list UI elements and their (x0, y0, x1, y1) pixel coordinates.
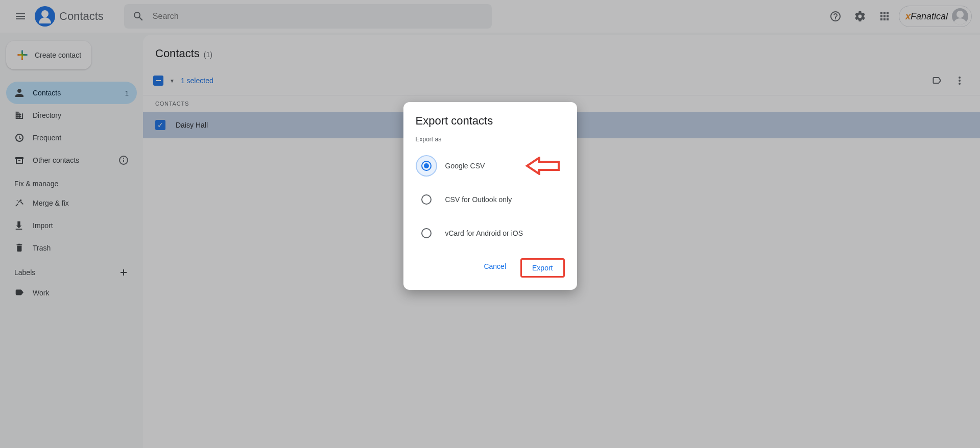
radio-label: CSV for Outlook only (445, 195, 512, 204)
nav-label: Directory (33, 111, 61, 119)
radio-button[interactable] (416, 222, 437, 244)
svg-point-3 (959, 77, 961, 79)
main-menu-button[interactable] (8, 4, 33, 29)
sidebar-item-other[interactable]: Other contacts (6, 149, 137, 171)
svg-point-4 (959, 80, 961, 82)
history-icon (14, 133, 25, 143)
more-actions-button[interactable] (949, 70, 970, 91)
create-contact-button[interactable]: Create contact (6, 41, 91, 69)
radio-label: vCard for Android or iOS (445, 229, 523, 237)
selected-count: 1 selected (181, 77, 213, 85)
selection-dropdown[interactable]: ▼ (170, 78, 175, 84)
tools-icon (14, 198, 25, 208)
help-button[interactable] (825, 6, 846, 27)
export-dialog: Export contacts Export as Google CSV CSV… (403, 102, 577, 290)
info-icon[interactable] (118, 155, 129, 165)
page-title: Contacts (155, 47, 200, 60)
nav-count: 1 (125, 89, 129, 97)
nav-label: Other contacts (33, 156, 79, 164)
check-icon: ✓ (157, 121, 163, 129)
svg-rect-2 (123, 158, 124, 159)
app-logo[interactable]: Contacts (35, 6, 104, 27)
annotation-arrow-icon (524, 157, 560, 175)
sidebar-label-work[interactable]: Work (6, 282, 137, 304)
apps-grid-icon (878, 10, 891, 22)
download-icon (14, 220, 25, 231)
archive-icon (14, 155, 25, 165)
settings-button[interactable] (850, 6, 870, 27)
nav-label: Import (33, 221, 53, 230)
avatar-icon (952, 8, 968, 24)
selection-toolbar: ▼ 1 selected (143, 66, 980, 95)
apps-button[interactable] (874, 6, 895, 27)
plus-icon (16, 49, 29, 61)
nav-label: Work (33, 289, 49, 297)
select-all-checkbox[interactable] (153, 76, 163, 86)
contacts-logo-icon (35, 6, 55, 27)
trash-icon (14, 243, 25, 253)
sidebar-item-import[interactable]: Import (6, 214, 137, 237)
label-action-button[interactable] (927, 70, 947, 91)
sidebar-item-directory[interactable]: Directory (6, 104, 137, 127)
labels-heading: Labels (6, 259, 137, 282)
header: Contacts xFanatical (0, 0, 980, 33)
svg-point-5 (959, 83, 961, 85)
domain-icon (14, 110, 25, 120)
sidebar: Create contact Contacts 1 Directory Freq… (0, 33, 143, 448)
sidebar-item-frequent[interactable]: Frequent (6, 127, 137, 149)
export-button[interactable]: Export (520, 258, 564, 278)
page-count: (1) (204, 51, 212, 59)
hamburger-icon (14, 10, 27, 22)
nav-label: Merge & fix (33, 199, 69, 207)
gear-icon (854, 10, 866, 22)
search-input[interactable] (153, 12, 484, 21)
label-icon (14, 288, 25, 298)
dialog-title: Export contacts (416, 114, 565, 128)
create-label: Create contact (35, 51, 81, 59)
more-vert-icon (954, 75, 965, 86)
sidebar-item-merge[interactable]: Merge & fix (6, 192, 137, 214)
label-outline-icon (931, 75, 943, 86)
nav-label: Trash (33, 244, 51, 252)
account-switcher[interactable]: xFanatical (899, 6, 972, 27)
radio-vcard[interactable]: vCard for Android or iOS (416, 216, 565, 250)
svg-rect-1 (123, 160, 124, 162)
cancel-button[interactable]: Cancel (473, 258, 516, 278)
sidebar-item-contacts[interactable]: Contacts 1 (6, 82, 137, 104)
radio-label: Google CSV (445, 162, 485, 170)
sidebar-item-trash[interactable]: Trash (6, 237, 137, 259)
dialog-subtitle: Export as (416, 136, 565, 143)
radio-button[interactable] (416, 189, 437, 210)
fix-manage-heading: Fix & manage (6, 171, 137, 192)
account-brand: xFanatical (905, 11, 948, 22)
search-bar[interactable] (124, 4, 492, 29)
row-checkbox[interactable]: ✓ (155, 120, 165, 130)
add-label-icon[interactable] (118, 267, 129, 278)
radio-button[interactable] (416, 155, 437, 177)
radio-google-csv[interactable]: Google CSV (416, 149, 565, 183)
help-icon (829, 10, 842, 22)
search-icon (132, 10, 145, 22)
nav-label: Frequent (33, 134, 61, 142)
nav-label: Contacts (33, 89, 61, 97)
person-icon (14, 88, 25, 98)
app-name: Contacts (59, 10, 104, 23)
radio-outlook-csv[interactable]: CSV for Outlook only (416, 183, 565, 216)
